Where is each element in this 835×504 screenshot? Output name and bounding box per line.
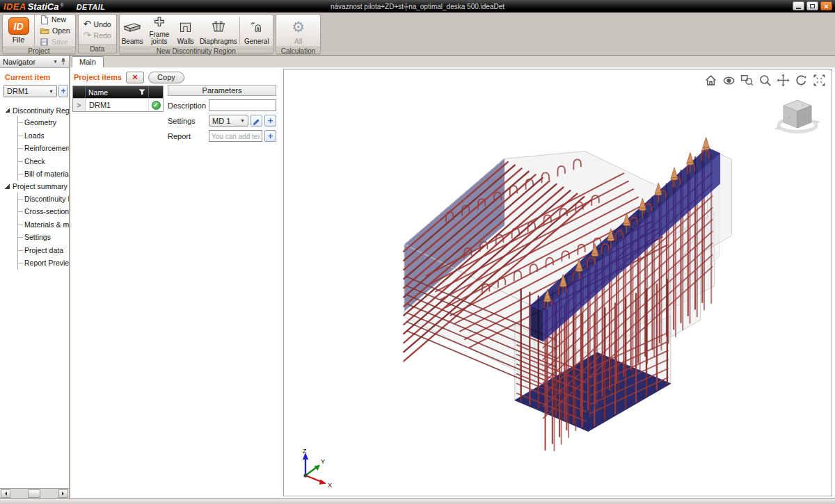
general-icon: ?	[250, 17, 264, 37]
save-floppy-icon	[40, 38, 49, 47]
scroll-left-button[interactable]	[1, 489, 10, 498]
settings-select[interactable]: MD 1 ▼	[209, 115, 248, 127]
tree-item-check[interactable]: Check	[18, 155, 69, 168]
add-settings-button[interactable]: +	[264, 115, 276, 127]
file-button[interactable]: ID File	[3, 15, 35, 47]
save-button[interactable]: Save	[38, 37, 72, 47]
ribbon-group-ndr: Beams Frame joints Walls Diaphragms	[119, 14, 273, 54]
redo-icon: ↷	[84, 32, 91, 39]
redo-label: Redo	[94, 31, 111, 40]
tree-item-cross-sections[interactable]: Cross-sections	[18, 205, 69, 218]
add-item-button[interactable]: +	[58, 85, 68, 97]
navigator-hscrollbar[interactable]	[0, 488, 69, 498]
diaphragms-icon	[211, 17, 226, 37]
pencil-icon	[253, 117, 261, 125]
triangle-left-icon	[3, 491, 7, 496]
tree-item-loads[interactable]: Loads	[18, 129, 69, 143]
navigator-tree: Discontinuity Region Geometry Loads Rein…	[3, 104, 69, 270]
minimize-button[interactable]	[793, 1, 804, 10]
file-label: File	[13, 35, 25, 44]
current-item-select[interactable]: DRM1 ▼	[3, 85, 57, 97]
name-column-header: Name	[88, 88, 108, 97]
fit-view-icon[interactable]	[813, 74, 826, 87]
beams-button[interactable]: Beams	[120, 15, 145, 47]
tree-item-project-data[interactable]: Project data	[18, 244, 69, 257]
edit-settings-button[interactable]	[250, 115, 262, 127]
pin-icon[interactable]	[61, 58, 66, 65]
viewport-toolbar	[704, 74, 826, 87]
frame-joints-icon	[152, 16, 166, 30]
scroll-right-button[interactable]	[58, 489, 68, 498]
logo-registered: ®	[60, 3, 63, 8]
rotate-icon[interactable]	[795, 74, 808, 87]
frame-joints-button[interactable]: Frame joints	[145, 15, 173, 47]
scroll-track[interactable]	[11, 489, 58, 498]
zoom-window-icon[interactable]	[740, 74, 754, 87]
undo-icon: ↶	[84, 21, 91, 28]
calculate-all-button[interactable]: ⚙ All	[283, 15, 314, 47]
report-label: Report	[168, 132, 207, 140]
navigation-cube[interactable]: z x y	[772, 95, 823, 139]
new-label: New	[51, 15, 66, 24]
close-icon: ×	[824, 3, 828, 10]
navigator-header[interactable]: Navigator ▼	[0, 56, 69, 68]
report-input[interactable]	[209, 130, 262, 142]
axis-y-label: Y	[321, 458, 325, 465]
undo-button[interactable]: ↶ Undo	[82, 19, 113, 29]
tree-item-discontinuity-region[interactable]: Discontinuity Region	[18, 193, 69, 206]
tree-item-materials-models[interactable]: Materials & models	[18, 218, 69, 231]
row-selector[interactable]: >	[73, 99, 86, 111]
save-label: Save	[51, 38, 68, 46]
view-eye-icon[interactable]	[722, 74, 735, 87]
ribbon-divider	[239, 17, 240, 44]
axis-z-label: Z	[303, 448, 307, 455]
tree-item-report-preview-print[interactable]: Report Preview/Print	[18, 257, 69, 270]
zoom-icon[interactable]	[758, 74, 772, 87]
chevron-down-icon: ▼	[240, 118, 245, 123]
chevron-down-icon: ▼	[49, 89, 54, 94]
tree-section-label: Discontinuity Region	[13, 106, 69, 115]
add-report-button[interactable]: +	[264, 130, 276, 142]
axes-triad: Z Y X	[295, 447, 335, 487]
table-row[interactable]: > DRM1 ✓	[73, 98, 163, 111]
close-button[interactable]: ×	[820, 1, 832, 10]
tree-expander-icon[interactable]	[5, 108, 10, 113]
tree-item-geometry[interactable]: Geometry	[18, 116, 69, 129]
plus-icon: +	[61, 86, 65, 96]
general-label: General	[244, 38, 269, 45]
copy-button[interactable]: Copy	[148, 72, 184, 83]
ribbon-group-label-project: Project	[3, 47, 75, 56]
logo-statica: StatiCa	[28, 1, 59, 12]
walls-button[interactable]: Walls	[173, 15, 198, 47]
filter-icon[interactable]	[138, 89, 145, 95]
tab-strip: Main	[70, 56, 835, 67]
tree-item-settings[interactable]: Settings	[18, 231, 69, 244]
maximize-button[interactable]	[806, 1, 818, 10]
tree-section-project-summary[interactable]: Project summary	[3, 181, 69, 193]
ribbon-group-data: ↶ Undo ↷ Redo Data	[78, 14, 117, 54]
all-label: All	[294, 38, 302, 45]
parameters-panel: Parameters Description Settings MD 1 ▼	[168, 85, 276, 142]
tree-item-reinforcement[interactable]: Reinforcement	[18, 142, 69, 155]
tree-section-label: Project summary	[13, 182, 67, 190]
parameters-title: Parameters	[168, 85, 276, 96]
delete-item-button[interactable]: ×	[126, 72, 144, 83]
description-label: Description	[168, 101, 207, 110]
open-button[interactable]: Open	[38, 26, 72, 35]
tree-section-discontinuity-region[interactable]: Discontinuity Region	[3, 104, 69, 116]
document-title: návaznost pilota+ZD+st┼na_optimal_deska …	[331, 3, 504, 10]
description-input[interactable]	[209, 99, 276, 111]
home-view-icon[interactable]	[704, 74, 717, 87]
diaphragms-button[interactable]: Diaphragms	[198, 15, 239, 47]
idea-file-icon: ID	[8, 17, 29, 35]
tree-item-bill-of-material[interactable]: Bill of material	[18, 168, 69, 181]
beams-icon	[123, 17, 141, 37]
redo-button[interactable]: ↷ Redo	[82, 31, 113, 40]
new-button[interactable]: New	[38, 15, 72, 24]
tree-expander-icon[interactable]	[5, 184, 10, 189]
general-button[interactable]: ? General	[241, 15, 273, 47]
tab-main[interactable]: Main	[72, 56, 104, 67]
scroll-thumb[interactable]	[28, 489, 40, 498]
viewport-3d[interactable]: z x y Z Y X	[283, 69, 832, 496]
pan-icon[interactable]	[777, 74, 790, 87]
